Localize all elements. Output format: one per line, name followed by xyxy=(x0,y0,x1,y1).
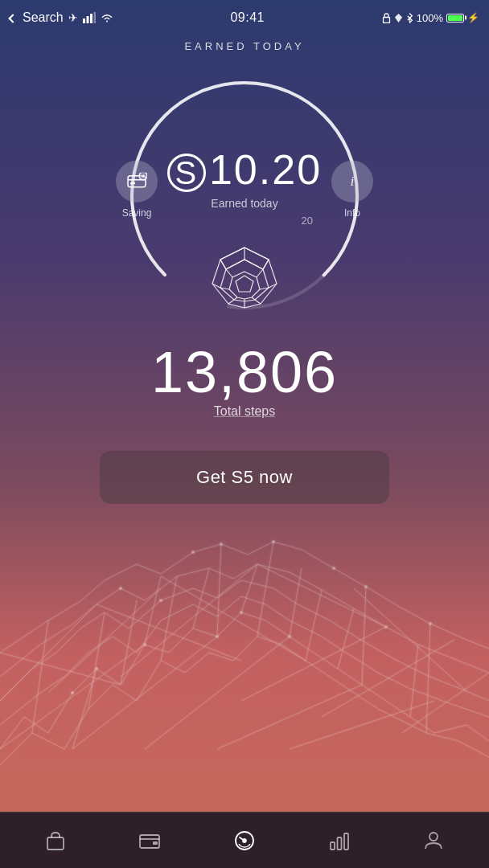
battery-pct-label: 100% xyxy=(417,12,443,24)
bottom-nav xyxy=(0,812,489,868)
nav-dashboard[interactable] xyxy=(197,813,292,868)
main-content: EARNED TODAY + Saving xyxy=(0,32,489,504)
svg-line-74 xyxy=(252,297,255,300)
status-left: Search ✈ xyxy=(10,10,113,25)
status-time: 09:41 xyxy=(230,10,265,25)
charging-icon: ⚡ xyxy=(467,12,479,23)
progress-max-label: 20 xyxy=(302,215,313,227)
svg-marker-61 xyxy=(220,260,269,301)
steps-area: 13,806 Total steps xyxy=(151,343,338,419)
earned-today-header: EARNED TODAY xyxy=(184,40,304,52)
svg-rect-85 xyxy=(337,837,341,850)
info-icon-circle: i xyxy=(331,161,373,203)
svg-point-87 xyxy=(429,833,438,841)
svg-line-65 xyxy=(263,260,269,269)
nav-profile[interactable] xyxy=(386,813,481,868)
svg-rect-86 xyxy=(344,833,348,850)
wifi-icon xyxy=(101,13,113,23)
svg-line-67 xyxy=(255,300,261,304)
info-button[interactable]: i Info xyxy=(331,161,373,219)
back-chevron-icon xyxy=(10,11,18,24)
back-label[interactable]: Search xyxy=(23,10,64,25)
location-icon xyxy=(394,13,403,23)
nav-stats[interactable] xyxy=(292,813,387,868)
bar-chart-icon xyxy=(328,829,351,852)
svg-text:+: + xyxy=(142,173,146,180)
svg-line-71 xyxy=(220,260,226,269)
battery-icon xyxy=(446,14,464,23)
steps-count: 13,806 xyxy=(151,343,338,401)
svg-rect-81 xyxy=(153,841,158,845)
gauge-icon xyxy=(233,829,256,852)
svg-rect-56 xyxy=(130,182,135,185)
svg-line-75 xyxy=(234,297,237,300)
wallet-icon xyxy=(138,829,161,852)
svg-rect-49 xyxy=(90,14,92,23)
svg-rect-47 xyxy=(83,18,85,23)
earned-label: Earned today xyxy=(211,197,277,210)
svg-line-77 xyxy=(226,269,232,277)
bag-icon xyxy=(44,829,67,852)
person-icon xyxy=(422,829,445,852)
circle-inner-content: S10.20 Earned today xyxy=(167,149,322,210)
currency-symbol: S xyxy=(167,154,206,192)
svg-text:i: i xyxy=(351,174,354,188)
status-bar: Search ✈ 09:41 100% xyxy=(0,0,489,32)
svg-line-72 xyxy=(257,269,263,277)
saving-icon-circle: + xyxy=(116,161,158,203)
steps-label: Total steps xyxy=(151,404,338,419)
lock-icon xyxy=(382,13,391,23)
nav-shop[interactable] xyxy=(8,813,103,868)
saving-button[interactable]: + Saving xyxy=(116,161,158,219)
info-label: Info xyxy=(344,207,360,219)
svg-point-83 xyxy=(243,839,246,842)
nav-wallet[interactable] xyxy=(103,813,198,868)
svg-rect-51 xyxy=(383,17,389,23)
bluetooth-icon xyxy=(406,13,413,23)
airplane-icon: ✈ xyxy=(68,11,78,24)
signal-bars-icon xyxy=(83,12,96,23)
saving-label: Saving xyxy=(122,207,152,219)
svg-rect-48 xyxy=(86,16,88,23)
get-s5-button[interactable]: Get S5 now xyxy=(100,451,389,504)
earned-amount: S10.20 xyxy=(167,149,322,192)
svg-marker-78 xyxy=(236,276,253,292)
svg-rect-79 xyxy=(47,837,64,850)
svg-rect-50 xyxy=(93,12,96,23)
svg-line-69 xyxy=(228,300,234,304)
status-right: 100% ⚡ xyxy=(382,12,479,24)
gem-crystal xyxy=(192,235,297,343)
svg-rect-84 xyxy=(331,842,335,850)
